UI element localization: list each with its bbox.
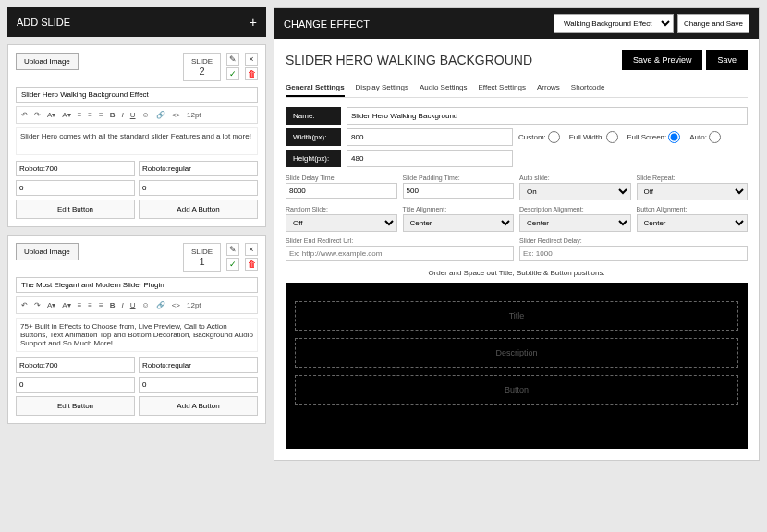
add-slide-header: ADD SLIDE +: [7, 7, 266, 37]
editor-content[interactable]: Slider Hero comes with all the standard …: [16, 127, 258, 155]
link-icon[interactable]: 🔗: [154, 110, 167, 120]
code-icon[interactable]: <>: [170, 300, 182, 310]
bold-icon[interactable]: B: [108, 300, 117, 310]
change-and-save-button[interactable]: Change and Save: [677, 14, 749, 33]
random-select[interactable]: Off: [286, 214, 397, 232]
delete-icon[interactable]: 🗑: [245, 258, 258, 271]
check-icon[interactable]: ✓: [226, 67, 239, 80]
close-icon[interactable]: ×: [245, 243, 258, 256]
add-a-button[interactable]: Add A Button: [139, 396, 258, 416]
underline-icon[interactable]: U: [128, 300, 138, 310]
padding-input[interactable]: [403, 183, 515, 199]
font2-input[interactable]: [139, 357, 258, 373]
upload-image-button[interactable]: Upload Image: [16, 53, 79, 70]
auto-radio[interactable]: Auto:: [689, 131, 721, 143]
align-left-icon[interactable]: ≡: [76, 300, 84, 310]
effect-select[interactable]: Walking Background Effect: [554, 14, 674, 33]
width-label: Width(px):: [286, 128, 341, 146]
edit-icon[interactable]: ✎: [226, 243, 239, 256]
autoslide-label: Auto slide:: [519, 175, 631, 181]
bg-color-icon[interactable]: A▾: [60, 300, 72, 310]
tab-effect[interactable]: Effect Settings: [479, 79, 526, 97]
undo-icon[interactable]: ↶: [19, 300, 30, 310]
descalign-select[interactable]: Center: [519, 214, 631, 232]
redirect-delay-input[interactable]: [519, 246, 748, 261]
height-input[interactable]: [347, 150, 513, 167]
redo-icon[interactable]: ↷: [32, 110, 43, 120]
edit-button[interactable]: Edit Button: [16, 396, 135, 416]
italic-icon[interactable]: I: [119, 300, 125, 310]
titlealign-select[interactable]: Center: [403, 214, 515, 232]
align-center-icon[interactable]: ≡: [86, 110, 94, 120]
slide-number-box: SLIDE 2: [183, 53, 221, 81]
slide-title-input[interactable]: [16, 277, 258, 293]
offset1-input[interactable]: [16, 180, 135, 196]
font-size-select[interactable]: 12pt: [185, 300, 203, 310]
check-icon[interactable]: ✓: [226, 258, 239, 271]
tab-display[interactable]: Display Settings: [356, 79, 408, 97]
offset2-input[interactable]: [139, 180, 258, 196]
code-icon[interactable]: <>: [170, 110, 182, 120]
preview-desc-region[interactable]: Description: [295, 338, 738, 368]
align-left-icon[interactable]: ≡: [76, 110, 84, 120]
slide-title-input[interactable]: [16, 87, 258, 103]
redirect-url-input[interactable]: [286, 246, 514, 261]
delete-icon[interactable]: 🗑: [245, 67, 258, 80]
bg-color-icon[interactable]: A▾: [60, 110, 72, 120]
font-size-select[interactable]: 12pt: [185, 110, 203, 120]
delay-label: Slide Delay Time:: [286, 175, 397, 181]
offset2-input[interactable]: [139, 377, 258, 393]
padding-label: Slide Padding Time:: [403, 175, 515, 181]
editor-toolbar: ↶ ↷ A▾ A▾ ≡ ≡ ≡ B I U ☺ 🔗 <> 12pt: [16, 106, 258, 124]
font1-input[interactable]: [16, 161, 135, 176]
add-slide-title: ADD SLIDE: [17, 17, 70, 28]
height-label: Height(px):: [286, 150, 341, 167]
delay-input[interactable]: [286, 183, 397, 199]
font1-input[interactable]: [16, 357, 135, 373]
name-input[interactable]: [347, 107, 748, 125]
preview-btn-region[interactable]: Button: [295, 375, 738, 405]
align-right-icon[interactable]: ≡: [97, 300, 105, 310]
offset1-input[interactable]: [16, 377, 135, 393]
page-title: SLIDER HERO WALKING BACKGROUND: [286, 53, 532, 67]
tab-arrows[interactable]: Arrows: [537, 79, 560, 97]
editor-toolbar: ↶ ↷ A▾ A▾ ≡ ≡ ≡ B I U ☺ 🔗 <> 12pt: [16, 296, 258, 314]
align-right-icon[interactable]: ≡: [97, 110, 105, 120]
left-panel: ADD SLIDE + Upload Image SLIDE 2 ✎ ✓ × 🗑: [7, 7, 266, 461]
save-preview-button[interactable]: Save & Preview: [622, 50, 703, 70]
edit-icon[interactable]: ✎: [226, 53, 239, 66]
width-input[interactable]: [347, 128, 513, 146]
tab-shortcode[interactable]: Shortcode: [571, 79, 604, 97]
redo-icon[interactable]: ↷: [32, 300, 43, 310]
custom-radio[interactable]: Custom:: [518, 131, 560, 143]
tab-audio[interactable]: Audio Settings: [420, 79, 468, 97]
link-icon[interactable]: 🔗: [154, 300, 167, 310]
add-a-button[interactable]: Add A Button: [139, 200, 258, 219]
autoslide-select[interactable]: On: [519, 183, 631, 200]
italic-icon[interactable]: I: [119, 110, 125, 120]
undo-icon[interactable]: ↶: [19, 110, 30, 120]
emoji-icon[interactable]: ☺: [140, 300, 152, 310]
fullwidth-radio[interactable]: Full Width:: [569, 131, 618, 143]
close-icon[interactable]: ×: [245, 53, 258, 66]
btnalign-select[interactable]: Center: [637, 214, 749, 232]
align-center-icon[interactable]: ≡: [86, 300, 94, 310]
tab-general[interactable]: General Settings: [286, 79, 345, 97]
emoji-icon[interactable]: ☺: [140, 110, 152, 120]
font-color-icon[interactable]: A▾: [45, 110, 57, 120]
font-color-icon[interactable]: A▾: [45, 300, 57, 310]
upload-image-button[interactable]: Upload Image: [16, 243, 79, 260]
save-button[interactable]: Save: [706, 50, 748, 70]
preview-title-region[interactable]: Title: [295, 301, 738, 331]
right-panel: CHANGE EFFECT Walking Background Effect …: [274, 7, 760, 461]
slide-card: Upload Image SLIDE 2 ✎ ✓ × 🗑 ↶ ↷: [7, 44, 266, 227]
editor-content[interactable]: 75+ Built in Effects to Choose from, Liv…: [16, 318, 258, 352]
repeat-select[interactable]: Off: [637, 183, 749, 200]
edit-button[interactable]: Edit Button: [16, 200, 135, 219]
bold-icon[interactable]: B: [108, 110, 117, 120]
add-slide-plus-icon[interactable]: +: [250, 15, 257, 30]
btnalign-label: Button Alignment:: [637, 206, 749, 212]
fullscreen-radio[interactable]: Full Screen:: [627, 131, 681, 143]
underline-icon[interactable]: U: [128, 110, 138, 120]
font2-input[interactable]: [139, 161, 258, 176]
